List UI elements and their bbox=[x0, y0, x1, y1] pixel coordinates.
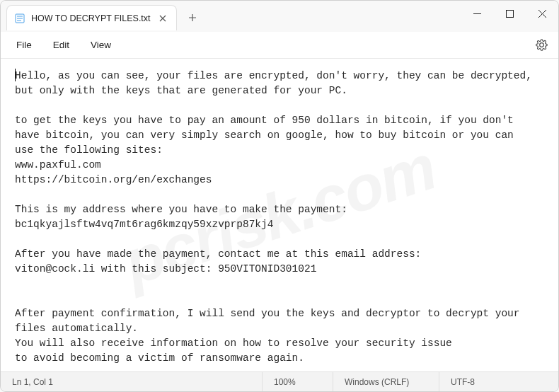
svg-rect-4 bbox=[506, 10, 513, 17]
menu-view[interactable]: View bbox=[81, 35, 121, 54]
close-window-button[interactable] bbox=[526, 1, 558, 26]
tab-title: HOW TO DECRYPT FILES.txt bbox=[31, 13, 151, 23]
status-line-ending[interactable]: Windows (CRLF) bbox=[333, 372, 439, 391]
status-encoding[interactable]: UTF-8 bbox=[439, 372, 558, 391]
settings-button[interactable] bbox=[530, 34, 553, 57]
statusbar: Ln 1, Col 1 100% Windows (CRLF) UTF-8 bbox=[1, 371, 558, 391]
text-caret bbox=[15, 69, 16, 81]
titlebar: HOW TO DECRYPT FILES.txt bbox=[1, 1, 558, 32]
status-zoom[interactable]: 100% bbox=[263, 372, 333, 391]
notepad-icon bbox=[14, 13, 25, 24]
menubar: File Edit View bbox=[1, 32, 558, 59]
text-editor-content[interactable]: Hello, as you can see, your files are en… bbox=[1, 59, 558, 371]
new-tab-button[interactable] bbox=[181, 6, 204, 29]
menu-edit[interactable]: Edit bbox=[43, 35, 79, 54]
document-tab[interactable]: HOW TO DECRYPT FILES.txt bbox=[6, 5, 177, 30]
watermark: pcrisk.com bbox=[112, 122, 446, 309]
status-cursor-position[interactable]: Ln 1, Col 1 bbox=[1, 372, 263, 391]
close-tab-icon[interactable] bbox=[156, 12, 169, 25]
maximize-button[interactable] bbox=[493, 1, 526, 26]
window-controls bbox=[461, 1, 558, 26]
tab-area: HOW TO DECRYPT FILES.txt bbox=[1, 1, 204, 30]
menu-file[interactable]: File bbox=[6, 35, 42, 54]
gear-icon bbox=[536, 39, 548, 51]
minimize-button[interactable] bbox=[461, 1, 493, 26]
